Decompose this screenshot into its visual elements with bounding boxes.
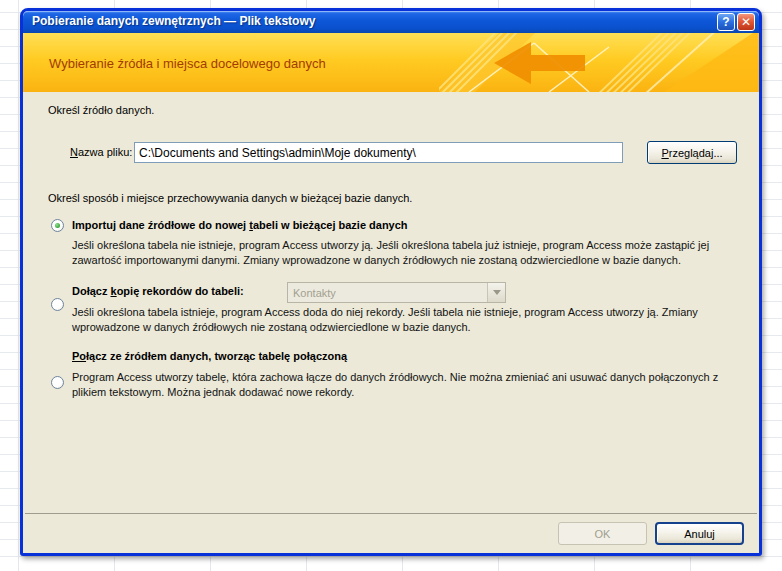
dialog-body: Określ źródło danych. Nazwa pliku: Przeg… [23,92,759,553]
import-wizard-dialog: Pobieranie danych zewnętrznych — Plik te… [20,8,762,556]
radio-import-new-table[interactable] [51,219,64,232]
radio-append-records-label[interactable]: Dołącz kopię rekordów do tabeli: [72,285,244,297]
radio-import-new-table-description: Jeśli określona tabela nie istnieje, pro… [72,238,740,268]
source-instruction: Określ źródło danych. [48,104,154,116]
close-icon: ✕ [741,15,751,29]
radio-link-table-description: Program Access utworzy tabelę, która zac… [72,370,737,400]
wizard-header: Wybieranie źródła i miejsca docelowego d… [23,33,759,92]
browse-button[interactable]: Przeglądaj... [647,141,737,164]
radio-append-records-description: Jeśli określona tabela istnieje, program… [72,305,732,335]
window-title: Pobieranie danych zewnętrznych — Plik te… [32,14,315,28]
title-bar[interactable]: Pobieranie danych zewnętrznych — Plik te… [23,11,759,33]
file-path-input[interactable] [134,142,623,163]
chevron-down-icon [493,290,501,295]
cancel-button[interactable]: Anuluj [655,522,744,545]
radio-selected-dot [55,223,60,228]
radio-append-records[interactable] [51,298,64,311]
radio-import-new-table-label[interactable]: Importuj dane źródłowe do nowej tabeli w… [72,219,408,231]
table-select-dropdown: Kontakty [287,282,506,303]
dropdown-arrow-button [487,283,505,302]
help-icon: ? [722,15,729,29]
close-button[interactable]: ✕ [737,13,755,31]
help-button[interactable]: ? [717,13,735,31]
wizard-step-title: Wybieranie źródła i miejsca docelowego d… [49,55,326,70]
ok-button: OK [558,522,647,545]
header-decoration [439,33,759,92]
footer-separator [25,513,757,514]
radio-link-table[interactable] [51,376,64,389]
file-name-label: Nazwa pliku: [70,146,132,158]
destination-instruction: Określ sposób i miejsce przechowywania d… [48,192,412,204]
radio-link-table-label[interactable]: Połącz ze źródłem danych, tworząc tabelę… [72,350,347,362]
table-select-value: Kontakty [288,287,487,299]
